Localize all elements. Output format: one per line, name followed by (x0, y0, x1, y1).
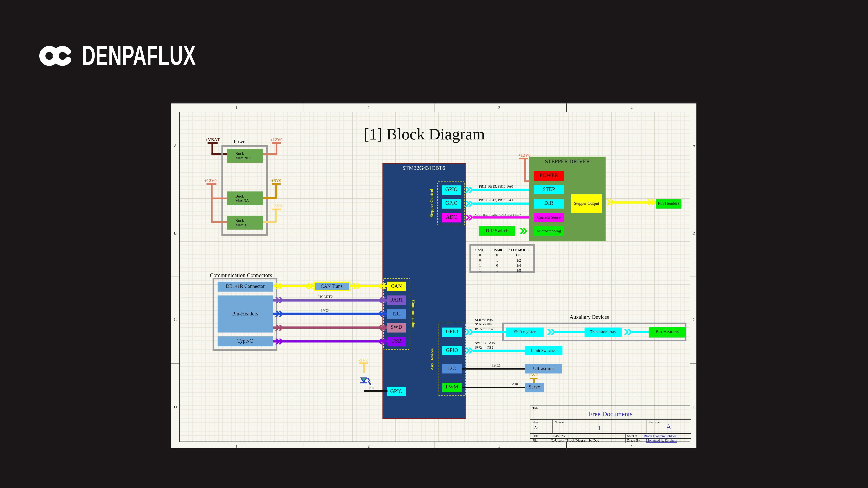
drawn-by-label: Drawn By: (627, 439, 641, 442)
wire-3v3 (263, 221, 276, 223)
zone-tick (690, 190, 699, 190)
net-label-sck: SCK => PB6 (475, 322, 493, 326)
power-port-bar (272, 183, 281, 185)
buck-converter-3a-2[interactable]: BuckMax 3A (227, 216, 263, 229)
mcu-port-gpio-shift[interactable]: GPIO (442, 327, 462, 337)
db141r-connector-box[interactable]: DB141R Connector (218, 281, 273, 291)
zone-row-label: C (692, 317, 695, 322)
power-group-label: Power (234, 139, 247, 144)
ultrasonic-box[interactable]: Ultrasonic (525, 364, 562, 373)
wire-vbat (211, 143, 213, 154)
power-port-vbat: +VBAT (206, 137, 220, 142)
schematic-sheet: 1 2 3 4 1 2 3 4 A B C D A B C D [1] Bloc… (170, 102, 698, 449)
mcu-port-gpio-led[interactable]: GPIO (387, 387, 406, 396)
net-label-pc13: PC13 (369, 386, 376, 390)
zone-row-label: D (174, 404, 177, 410)
table-row: 0 0 Full (471, 253, 533, 258)
stepper-dir-box[interactable]: DIR (534, 199, 564, 208)
zone-row-label: B (692, 231, 695, 236)
wire-usb (273, 340, 387, 343)
pin-headers-connector-box[interactable]: Pin-Headers (218, 295, 273, 332)
power-port-3v3: +3V3 (272, 204, 282, 209)
wire-swd (273, 326, 387, 329)
revision-value: A (647, 423, 691, 431)
wire-limit-switches (473, 349, 525, 352)
mcu-port-usb[interactable]: USB (387, 337, 406, 347)
stepper-power-box[interactable]: POWER (534, 171, 564, 181)
wire-3v3 (275, 210, 277, 223)
mcu-port-swd[interactable]: SWD (387, 323, 406, 332)
dip-switch-box[interactable]: DIP Switch (479, 226, 515, 236)
net-label-usart2: USART2 (318, 295, 333, 300)
wire-aux-pin-headers (632, 331, 649, 333)
chevron-right-icon (606, 199, 615, 205)
zone-tick (566, 103, 567, 112)
mcu-port-gpio-switch[interactable]: GPIO (442, 346, 462, 355)
chevron-left-icon (378, 338, 386, 344)
communication-group-label: Communication (411, 292, 416, 337)
power-port-12v-stepper: +12V0 (518, 153, 530, 158)
zone-col-label: 4 (630, 105, 632, 110)
can-transceiver-box[interactable]: CAN Trans. (314, 282, 350, 291)
buck-converter-3a-1[interactable]: BuckMax 3A (227, 192, 263, 205)
size-value: A4 (534, 425, 538, 429)
chevron-right-icon (547, 329, 555, 335)
limit-switches-box[interactable]: Limit Switches (525, 346, 562, 355)
stepper-microstepping-box[interactable]: Microstepping (534, 226, 564, 236)
sheet-of-value[interactable]: Block Diagram.SchDoc (644, 434, 677, 438)
document-title: Free Documents (530, 410, 691, 418)
chevron-right-icon (519, 228, 528, 234)
stepper-step-box[interactable]: STEP (534, 185, 564, 194)
mcu-port-gpio-step[interactable]: GPIO (442, 185, 461, 195)
chevron-right-icon (275, 311, 283, 317)
wire-12v-stepper (524, 159, 526, 182)
shift-register-box[interactable]: Shift register (506, 327, 544, 337)
power-port-5v: +5V0 (271, 179, 281, 184)
file-label: File: (533, 439, 538, 442)
power-port-bar (519, 158, 528, 159)
zone-tick (303, 103, 303, 112)
wire-pc13 (364, 390, 387, 392)
mcu-port-adc[interactable]: ADC (442, 213, 461, 222)
stepper-pin-headers-box[interactable]: Pin Headers (656, 199, 681, 208)
wire-5v (275, 185, 277, 198)
transistor-array-box[interactable]: Transistor array (585, 327, 622, 337)
mcu-port-gpio-dir[interactable]: GPIO (442, 199, 461, 208)
stepper-output-box[interactable]: Stepper Output (571, 194, 602, 213)
zone-tick (171, 277, 179, 277)
buck-converter-20a[interactable]: BuckMax 20A (227, 149, 263, 163)
aux-devices-label: Auxailary Devices (569, 314, 609, 320)
wire-12v (211, 221, 227, 223)
zone-row-label: A (692, 143, 695, 148)
net-label-rck: RCK => PB7 (475, 327, 494, 330)
wire-adc (473, 216, 529, 219)
chevron-right-icon (275, 325, 283, 331)
servo-box[interactable]: Servo (525, 383, 544, 392)
number-label: Number (555, 420, 565, 424)
zone-row-label: B (174, 231, 177, 236)
stepper-control-group-label: Stepper Control (429, 183, 434, 224)
zone-row-label: D (692, 404, 695, 410)
mcu-port-i2c-aux[interactable]: I2C (442, 364, 462, 373)
mcu-port-i2c[interactable]: I2C (387, 309, 406, 319)
net-label-step: PB11, PB13, PB15, PA0 (479, 185, 513, 188)
mcu-port-pwm[interactable]: PWM (442, 383, 462, 392)
wire-shift-register (473, 331, 506, 333)
wire-12v-stepper (524, 180, 530, 182)
mcu-name: STM32G431CBT6 (402, 165, 445, 171)
drawn-by-value[interactable]: Mohamed A. Ebrahem (646, 439, 677, 443)
aux-pin-headers-box[interactable]: Pin Headers (649, 327, 686, 337)
net-label-dir: PB10, PB12, PB14, PA1 (479, 198, 513, 202)
mcu-port-can[interactable]: CAN (387, 282, 406, 291)
mcu-port-uart[interactable]: UART (387, 295, 406, 305)
power-port-bar (207, 183, 216, 185)
stepper-current-sense-box[interactable]: Current Sense (534, 213, 564, 222)
file-value: C:\Users\..\Block Diagram.SchDoc (551, 439, 599, 443)
step-mode-table: USM1 USM0 STEP MODE 0 0 Full 0 1 1/2 1 0… (469, 244, 535, 273)
table-row: 0 1 1/2 (471, 258, 533, 263)
zone-col-label: 3 (498, 444, 500, 449)
type-c-connector-box[interactable]: Type-C (218, 336, 273, 347)
zone-tick (690, 363, 699, 364)
title-label: Title (533, 407, 538, 410)
zone-tick (690, 277, 699, 277)
